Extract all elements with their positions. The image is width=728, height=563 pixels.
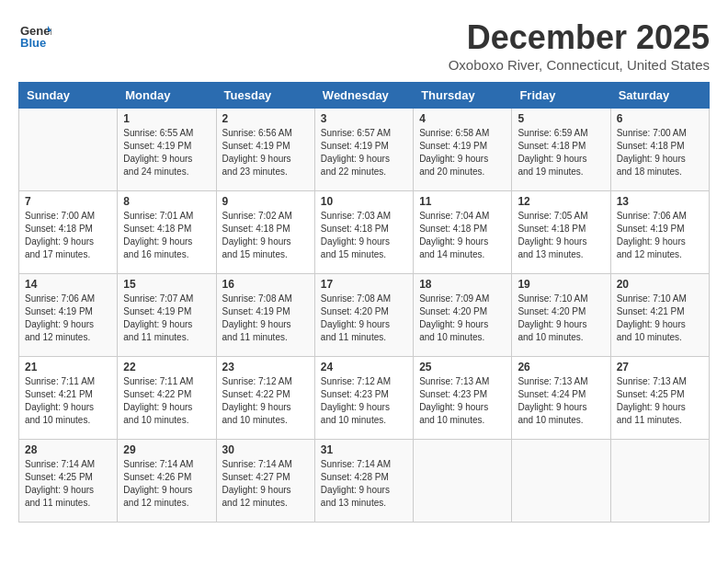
day-number: 25: [419, 361, 506, 373]
calendar-cell: 17Sunrise: 7:08 AMSunset: 4:20 PMDayligh…: [314, 274, 413, 357]
calendar-cell: 21Sunrise: 7:11 AMSunset: 4:21 PMDayligh…: [19, 357, 118, 440]
day-info: Sunrise: 7:05 AMSunset: 4:18 PMDaylight:…: [518, 210, 604, 261]
day-number: 2: [222, 112, 309, 125]
calendar-cell: 6Sunrise: 7:00 AMSunset: 4:18 PMDaylight…: [610, 109, 709, 191]
day-info: Sunrise: 7:11 AMSunset: 4:22 PMDaylight:…: [123, 375, 210, 427]
calendar-cell: 13Sunrise: 7:06 AMSunset: 4:19 PMDayligh…: [610, 191, 709, 274]
day-info: Sunrise: 7:02 AMSunset: 4:18 PMDaylight:…: [222, 210, 309, 261]
logo: General Blue: [18, 18, 51, 52]
calendar-cell: 19Sunrise: 7:10 AMSunset: 4:20 PMDayligh…: [512, 274, 610, 357]
day-number: 8: [123, 195, 210, 208]
day-number: 4: [419, 112, 506, 125]
day-number: 17: [321, 278, 407, 291]
weekday-header: Saturday: [610, 83, 709, 109]
page-header: General Blue December 2025 Oxoboxo River…: [18, 18, 710, 73]
calendar-cell: 9Sunrise: 7:02 AMSunset: 4:18 PMDaylight…: [216, 191, 314, 274]
day-number: 24: [321, 361, 407, 373]
calendar-table: SundayMondayTuesdayWednesdayThursdayFrid…: [18, 82, 710, 523]
day-info: Sunrise: 7:14 AMSunset: 4:25 PMDaylight:…: [25, 458, 111, 510]
day-info: Sunrise: 7:03 AMSunset: 4:18 PMDaylight:…: [321, 210, 407, 261]
calendar-week-row: 7Sunrise: 7:00 AMSunset: 4:18 PMDaylight…: [19, 191, 710, 274]
day-info: Sunrise: 6:58 AMSunset: 4:19 PMDaylight:…: [419, 127, 506, 178]
calendar-cell: 1Sunrise: 6:55 AMSunset: 4:19 PMDaylight…: [118, 109, 216, 191]
weekday-header: Tuesday: [216, 83, 314, 109]
calendar-week-row: 1Sunrise: 6:55 AMSunset: 4:19 PMDaylight…: [19, 109, 710, 191]
day-info: Sunrise: 7:12 AMSunset: 4:23 PMDaylight:…: [321, 375, 407, 427]
weekday-header: Wednesday: [314, 83, 413, 109]
calendar-cell: 26Sunrise: 7:13 AMSunset: 4:24 PMDayligh…: [512, 357, 610, 440]
calendar-header: SundayMondayTuesdayWednesdayThursdayFrid…: [19, 83, 710, 109]
day-number: 26: [518, 361, 604, 373]
day-number: 28: [25, 443, 111, 456]
svg-text:Blue: Blue: [20, 36, 46, 50]
calendar-cell: [414, 440, 512, 523]
calendar-cell: 18Sunrise: 7:09 AMSunset: 4:20 PMDayligh…: [414, 274, 512, 357]
day-info: Sunrise: 7:04 AMSunset: 4:18 PMDaylight:…: [419, 210, 506, 261]
calendar-cell: 16Sunrise: 7:08 AMSunset: 4:19 PMDayligh…: [216, 274, 314, 357]
calendar-cell: 8Sunrise: 7:01 AMSunset: 4:18 PMDaylight…: [118, 191, 216, 274]
day-info: Sunrise: 7:13 AMSunset: 4:24 PMDaylight:…: [518, 375, 604, 427]
day-info: Sunrise: 7:14 AMSunset: 4:28 PMDaylight:…: [321, 458, 407, 510]
day-info: Sunrise: 6:57 AMSunset: 4:19 PMDaylight:…: [321, 127, 407, 178]
day-number: 21: [25, 361, 111, 373]
calendar-body: 1Sunrise: 6:55 AMSunset: 4:19 PMDaylight…: [19, 109, 710, 523]
calendar-cell: 5Sunrise: 6:59 AMSunset: 4:18 PMDaylight…: [512, 109, 610, 191]
day-number: 16: [222, 278, 309, 291]
day-info: Sunrise: 7:06 AMSunset: 4:19 PMDaylight:…: [617, 210, 703, 261]
calendar-cell: 10Sunrise: 7:03 AMSunset: 4:18 PMDayligh…: [314, 191, 413, 274]
calendar-cell: 24Sunrise: 7:12 AMSunset: 4:23 PMDayligh…: [314, 357, 413, 440]
day-info: Sunrise: 7:08 AMSunset: 4:20 PMDaylight:…: [321, 293, 407, 344]
calendar-cell: 15Sunrise: 7:07 AMSunset: 4:19 PMDayligh…: [118, 274, 216, 357]
day-number: 18: [419, 278, 506, 291]
day-number: 19: [518, 278, 604, 291]
day-number: 22: [123, 361, 210, 373]
title-area: December 2025 Oxoboxo River, Connecticut…: [449, 18, 710, 73]
day-number: 12: [518, 195, 604, 208]
weekday-header: Friday: [512, 83, 610, 109]
calendar-cell: [512, 440, 610, 523]
day-info: Sunrise: 7:13 AMSunset: 4:25 PMDaylight:…: [617, 375, 703, 427]
calendar-cell: 23Sunrise: 7:12 AMSunset: 4:22 PMDayligh…: [216, 357, 314, 440]
location-title: Oxoboxo River, Connecticut, United State…: [449, 57, 710, 73]
day-number: 13: [617, 195, 703, 208]
calendar-cell: 3Sunrise: 6:57 AMSunset: 4:19 PMDaylight…: [314, 109, 413, 191]
calendar-week-row: 21Sunrise: 7:11 AMSunset: 4:21 PMDayligh…: [19, 357, 710, 440]
weekday-header: Sunday: [19, 83, 118, 109]
calendar-cell: 29Sunrise: 7:14 AMSunset: 4:26 PMDayligh…: [118, 440, 216, 523]
calendar-cell: 2Sunrise: 6:56 AMSunset: 4:19 PMDaylight…: [216, 109, 314, 191]
day-info: Sunrise: 7:01 AMSunset: 4:18 PMDaylight:…: [123, 210, 210, 261]
day-info: Sunrise: 6:56 AMSunset: 4:19 PMDaylight:…: [222, 127, 309, 178]
day-number: 27: [617, 361, 703, 373]
calendar-cell: 22Sunrise: 7:11 AMSunset: 4:22 PMDayligh…: [118, 357, 216, 440]
day-info: Sunrise: 7:08 AMSunset: 4:19 PMDaylight:…: [222, 293, 309, 344]
day-number: 7: [25, 195, 111, 208]
day-number: 1: [123, 112, 210, 125]
day-info: Sunrise: 7:11 AMSunset: 4:21 PMDaylight:…: [25, 375, 111, 427]
month-title: December 2025: [449, 18, 710, 57]
day-info: Sunrise: 7:10 AMSunset: 4:21 PMDaylight:…: [617, 293, 703, 344]
calendar-week-row: 28Sunrise: 7:14 AMSunset: 4:25 PMDayligh…: [19, 440, 710, 523]
calendar-cell: 4Sunrise: 6:58 AMSunset: 4:19 PMDaylight…: [414, 109, 512, 191]
calendar-cell: 31Sunrise: 7:14 AMSunset: 4:28 PMDayligh…: [314, 440, 413, 523]
day-number: 10: [321, 195, 407, 208]
day-number: 23: [222, 361, 309, 373]
calendar-cell: 12Sunrise: 7:05 AMSunset: 4:18 PMDayligh…: [512, 191, 610, 274]
day-info: Sunrise: 7:06 AMSunset: 4:19 PMDaylight:…: [25, 293, 111, 344]
weekday-header: Thursday: [414, 83, 512, 109]
day-number: 29: [123, 443, 210, 456]
calendar-week-row: 14Sunrise: 7:06 AMSunset: 4:19 PMDayligh…: [19, 274, 710, 357]
day-number: 20: [617, 278, 703, 291]
day-info: Sunrise: 7:14 AMSunset: 4:27 PMDaylight:…: [222, 458, 309, 510]
calendar-cell: 27Sunrise: 7:13 AMSunset: 4:25 PMDayligh…: [610, 357, 709, 440]
logo-icon: General Blue: [18, 18, 51, 52]
calendar-cell: 30Sunrise: 7:14 AMSunset: 4:27 PMDayligh…: [216, 440, 314, 523]
calendar-cell: [610, 440, 709, 523]
day-info: Sunrise: 7:07 AMSunset: 4:19 PMDaylight:…: [123, 293, 210, 344]
day-info: Sunrise: 7:10 AMSunset: 4:20 PMDaylight:…: [518, 293, 604, 344]
day-info: Sunrise: 6:59 AMSunset: 4:18 PMDaylight:…: [518, 127, 604, 178]
day-info: Sunrise: 7:14 AMSunset: 4:26 PMDaylight:…: [123, 458, 210, 510]
day-number: 5: [518, 112, 604, 125]
calendar-cell: 28Sunrise: 7:14 AMSunset: 4:25 PMDayligh…: [19, 440, 118, 523]
calendar-cell: 11Sunrise: 7:04 AMSunset: 4:18 PMDayligh…: [414, 191, 512, 274]
calendar-cell: 25Sunrise: 7:13 AMSunset: 4:23 PMDayligh…: [414, 357, 512, 440]
